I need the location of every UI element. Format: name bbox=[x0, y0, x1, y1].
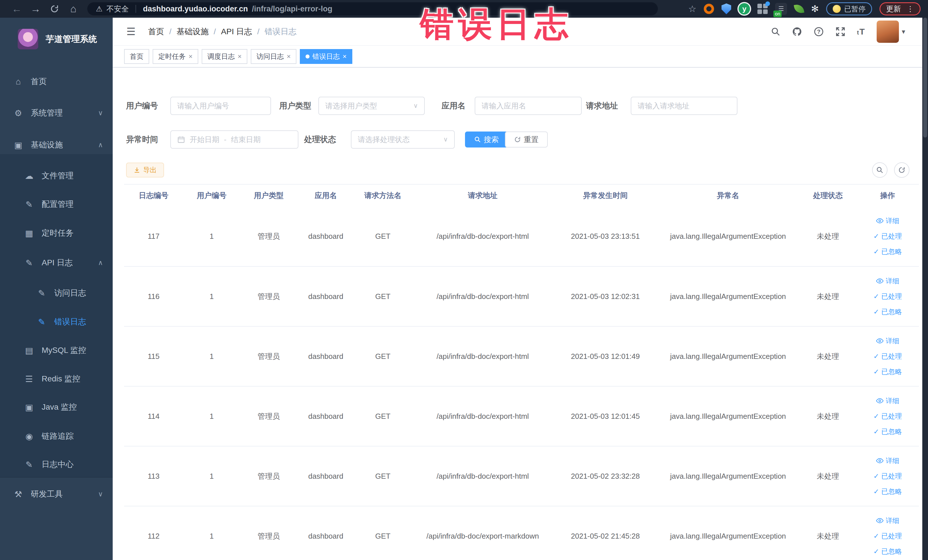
reset-button[interactable]: 重置 bbox=[505, 131, 548, 148]
cell-log-id: 117 bbox=[124, 206, 183, 266]
scrollbar-thumb[interactable] bbox=[923, 18, 927, 137]
caret-down-icon: ▾ bbox=[902, 27, 905, 36]
tag-access-log[interactable]: 访问日志× bbox=[251, 49, 296, 64]
mark-processed-link[interactable]: ✓ 已处理 bbox=[873, 531, 902, 540]
close-icon[interactable]: × bbox=[343, 52, 346, 61]
mark-processed-link[interactable]: ✓ 已处理 bbox=[873, 412, 902, 421]
header-search-icon[interactable] bbox=[771, 27, 780, 37]
sidebar-item-system-management[interactable]: ⚙ 系统管理 ∨ bbox=[0, 103, 113, 123]
user-menu[interactable]: ▾ bbox=[877, 21, 905, 43]
browser-menu-kebab-icon[interactable]: ⋮ bbox=[904, 5, 914, 14]
show-search-toggle-button[interactable] bbox=[872, 162, 887, 178]
extension-sprout-icon[interactable] bbox=[794, 3, 804, 14]
detail-link[interactable]: 详细 bbox=[876, 336, 899, 345]
user-id-input[interactable] bbox=[170, 97, 271, 115]
profile-paused-chip[interactable]: 已暂停 bbox=[826, 2, 872, 15]
breadcrumb-infrastructure[interactable]: 基础设施 bbox=[177, 26, 209, 37]
close-icon[interactable]: × bbox=[238, 52, 242, 61]
request-url-input[interactable] bbox=[631, 97, 737, 115]
refresh-table-button[interactable] bbox=[894, 162, 910, 178]
mark-processed-link[interactable]: ✓ 已处理 bbox=[873, 352, 902, 361]
tags-view-bar: 首页 定时任务× 调度日志× 访问日志× 错误日志× bbox=[113, 46, 922, 68]
sidebar-item-api-log[interactable]: ✎ API 日志 ∧ bbox=[0, 253, 113, 273]
cell-method: GET bbox=[354, 386, 411, 446]
tag-home[interactable]: 首页 bbox=[124, 49, 149, 64]
bookmark-star-icon[interactable]: ☆ bbox=[688, 3, 697, 14]
cell-exception-time: 2021-05-02 21:45:28 bbox=[554, 507, 657, 560]
page-scrollbar[interactable] bbox=[922, 18, 928, 560]
sidebar-item-redis-monitor[interactable]: ☰ Redis 监控 bbox=[0, 369, 113, 389]
cell-status: 未处理 bbox=[799, 447, 856, 506]
mark-ignored-link[interactable]: ✓ 已忽略 bbox=[873, 547, 902, 556]
extensions-puzzle-icon[interactable]: ✻ bbox=[811, 3, 819, 14]
sidebar-item-log-center[interactable]: ✎ 日志中心 bbox=[0, 455, 113, 475]
sidebar-item-file-management[interactable]: ☁ 文件管理 bbox=[0, 166, 113, 186]
eye-icon bbox=[876, 458, 884, 464]
font-size-icon[interactable]: tT bbox=[857, 27, 865, 37]
sidebar-item-java-monitor[interactable]: ▣ Java 监控 bbox=[0, 397, 113, 417]
mark-processed-link[interactable]: ✓ 已处理 bbox=[873, 471, 902, 481]
breadcrumb-home[interactable]: 首页 bbox=[148, 26, 164, 37]
tag-schedule-log[interactable]: 调度日志× bbox=[202, 49, 247, 64]
process-status-select[interactable]: 请选择处理状态 ∨ bbox=[351, 130, 455, 149]
extension-orange-icon[interactable] bbox=[704, 4, 714, 14]
help-icon[interactable]: ? bbox=[814, 26, 824, 37]
detail-link[interactable]: 详细 bbox=[876, 216, 899, 225]
extension-shield-icon[interactable] bbox=[722, 3, 731, 14]
mark-ignored-link[interactable]: ✓ 已忽略 bbox=[873, 427, 902, 436]
extension-green-icon[interactable]: y bbox=[739, 3, 750, 15]
cell-request-url: /api/infra/db-doc/export-html bbox=[411, 386, 554, 446]
cell-exception-time: 2021-05-02 23:32:28 bbox=[554, 447, 657, 506]
cell-status: 未处理 bbox=[799, 206, 856, 266]
mark-ignored-link[interactable]: ✓ 已忽略 bbox=[873, 487, 902, 496]
cell-method: GET bbox=[354, 327, 411, 386]
close-icon[interactable]: × bbox=[287, 52, 291, 61]
sidebar-fold-icon[interactable]: ☰ bbox=[127, 26, 136, 38]
browser-forward-button[interactable]: → bbox=[26, 3, 45, 15]
browser-home-button[interactable]: ⌂ bbox=[64, 3, 83, 15]
extension-grid-icon[interactable] bbox=[757, 4, 768, 14]
sidebar-item-access-log[interactable]: ✎ 访问日志 bbox=[0, 283, 113, 303]
url-host: dashboard.yudao.iocoder.cn bbox=[143, 5, 248, 14]
user-type-select[interactable]: 请选择用户类型 ∨ bbox=[318, 97, 425, 115]
mark-ignored-link[interactable]: ✓ 已忽略 bbox=[873, 307, 902, 316]
url-path: /infra/log/api-error-log bbox=[252, 5, 332, 14]
detail-link[interactable]: 详细 bbox=[876, 456, 899, 465]
end-date-placeholder: 结束日期 bbox=[231, 135, 261, 145]
sidebar-item-error-log[interactable]: ✎ 错误日志 bbox=[0, 312, 113, 332]
app-name-input[interactable] bbox=[475, 97, 582, 115]
browser-reload-button[interactable] bbox=[45, 4, 64, 14]
detail-link[interactable]: 详细 bbox=[876, 276, 899, 285]
browser-back-button[interactable]: ← bbox=[8, 3, 26, 15]
mark-ignored-link[interactable]: ✓ 已忽略 bbox=[873, 367, 902, 376]
export-button[interactable]: 导出 bbox=[126, 163, 164, 177]
cell-user-id: 1 bbox=[183, 507, 240, 560]
tag-scheduled-jobs[interactable]: 定时任务× bbox=[153, 49, 198, 64]
mark-processed-link[interactable]: ✓ 已处理 bbox=[873, 292, 902, 301]
sidebar-item-mysql-monitor[interactable]: ▤ MySQL 监控 bbox=[0, 340, 113, 360]
tag-error-log[interactable]: 错误日志× bbox=[300, 49, 352, 64]
mark-ignored-link[interactable]: ✓ 已忽略 bbox=[873, 247, 902, 256]
check-icon: ✓ bbox=[873, 548, 879, 555]
close-icon[interactable]: × bbox=[189, 52, 192, 61]
sidebar-item-scheduled-jobs[interactable]: ▦ 定时任务 bbox=[0, 223, 113, 243]
github-icon[interactable] bbox=[792, 26, 802, 37]
sidebar-item-config-management[interactable]: ✎ 配置管理 bbox=[0, 194, 113, 214]
sidebar-item-infrastructure[interactable]: ▣ 基础设施 ∧ bbox=[0, 135, 113, 155]
sidebar-item-home[interactable]: ⌂ 首页 bbox=[0, 72, 113, 92]
search-button[interactable]: 搜索 bbox=[465, 131, 508, 148]
search-icon bbox=[474, 136, 481, 143]
browser-update-button[interactable]: 更新 ⋮ bbox=[879, 2, 920, 15]
sidebar-item-trace[interactable]: ◉ 链路追踪 bbox=[0, 426, 113, 446]
sidebar-item-dev-tools[interactable]: ⚒ 研发工具 ∨ bbox=[0, 484, 113, 504]
detail-link[interactable]: 详细 bbox=[876, 396, 899, 405]
breadcrumb-api-log[interactable]: API 日志 bbox=[221, 26, 252, 37]
exception-time-range-picker[interactable]: 开始日期 - 结束日期 bbox=[170, 130, 298, 149]
mark-processed-link[interactable]: ✓ 已处理 bbox=[873, 232, 902, 241]
avatar[interactable] bbox=[877, 21, 899, 43]
app-logo-row[interactable]: 芋道管理系统 bbox=[0, 23, 113, 55]
detail-link[interactable]: 详细 bbox=[876, 516, 899, 525]
fullscreen-icon[interactable] bbox=[835, 26, 846, 37]
app-logo-image bbox=[18, 29, 38, 49]
extension-on-icon[interactable]: ☰on bbox=[775, 3, 787, 15]
